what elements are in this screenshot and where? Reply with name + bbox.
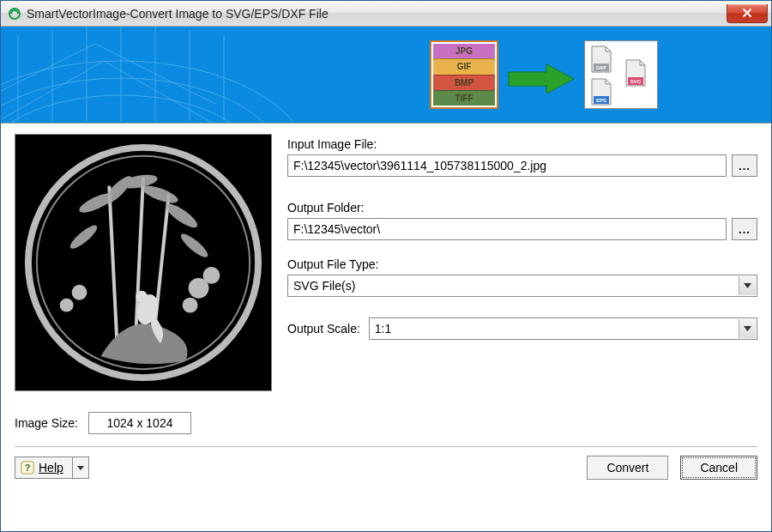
dxf-file-icon: DXF [588, 45, 614, 74]
svg-text:?: ? [25, 462, 31, 473]
help-label: Help [39, 461, 63, 475]
input-formats-box: JPG GIF BMP TIFF [430, 40, 498, 109]
output-type-select[interactable]: SVG File(s) [287, 275, 757, 297]
help-dropdown-button[interactable] [73, 457, 88, 478]
image-size-value: 1024 x 1024 [88, 412, 191, 434]
svg-point-28 [136, 291, 148, 303]
chevron-down-icon [77, 466, 84, 470]
format-gif: GIF [433, 58, 495, 74]
format-tiff: TIFF [433, 90, 495, 106]
svg-point-31 [72, 285, 87, 300]
help-icon: ? [21, 461, 34, 475]
cancel-button[interactable]: Cancel [680, 456, 757, 480]
image-size-row: Image Size: 1024 x 1024 [15, 412, 757, 434]
output-scale-label: Output Scale: [287, 322, 360, 336]
output-type-row: Output File Type: SVG File(s) [287, 257, 757, 297]
output-folder-label: Output Folder: [287, 201, 757, 215]
format-bmp: BMP [433, 75, 495, 90]
chevron-down-icon [739, 319, 756, 338]
close-button[interactable] [727, 4, 768, 23]
form-column: Input Image File: ... Output Folder: ...… [287, 134, 757, 391]
upper-row: Input Image File: ... Output Folder: ...… [15, 134, 757, 391]
input-file-label: Input Image File: [287, 137, 757, 151]
svg-text:SVG: SVG [630, 79, 642, 84]
arrow-icon [507, 63, 576, 95]
svg-point-33 [183, 298, 198, 313]
svg-text:DXF: DXF [596, 65, 606, 70]
help-split-button: ? Help [15, 456, 89, 479]
output-folder-field[interactable] [287, 218, 727, 240]
output-scale-row: Output Scale: 1:1 [287, 317, 757, 340]
input-file-row: Input Image File: ... [287, 137, 757, 177]
output-scale-select[interactable]: 1:1 [369, 317, 757, 340]
svg-point-1 [1, 61, 293, 124]
output-type-label: Output File Type: [287, 257, 757, 271]
app-icon [8, 7, 21, 21]
titlebar: SmartVectorImage-Convert Image to SVG/EP… [1, 1, 771, 27]
svg-file-icon: SVG [623, 58, 648, 88]
output-formats-box: DXF SVG EPS [584, 40, 658, 109]
output-folder-browse-button[interactable]: ... [732, 218, 757, 240]
banner: JPG GIF BMP TIFF DXF SVG EPS [1, 27, 771, 124]
app-window: SmartVectorImage-Convert Image to SVG/EP… [0, 0, 772, 532]
svg-text:EPS: EPS [596, 98, 606, 103]
image-size-label: Image Size: [15, 416, 78, 430]
svg-point-32 [60, 299, 74, 312]
image-preview [15, 134, 272, 391]
input-file-field[interactable] [287, 154, 727, 177]
close-icon [742, 8, 752, 18]
output-scale-value: 1:1 [375, 322, 391, 336]
eps-file-icon: EPS [588, 77, 614, 106]
format-jpg: JPG [433, 44, 495, 58]
content-area: Input Image File: ... Output Folder: ...… [1, 124, 771, 531]
input-file-browse-button[interactable]: ... [732, 154, 757, 177]
svg-point-30 [203, 267, 220, 284]
blueprint-graphic [1, 27, 293, 124]
convert-button[interactable]: Convert [587, 456, 668, 480]
help-button[interactable]: ? Help [15, 457, 73, 478]
output-folder-row: Output Folder: ... [287, 201, 757, 240]
footer-buttons: Convert Cancel [587, 456, 757, 480]
chevron-down-icon [739, 276, 756, 295]
output-type-value: SVG File(s) [293, 279, 355, 293]
window-title: SmartVectorImage-Convert Image to SVG/EP… [27, 7, 727, 21]
footer: ? Help Convert Cancel [15, 447, 757, 480]
svg-point-3 [1, 95, 258, 124]
